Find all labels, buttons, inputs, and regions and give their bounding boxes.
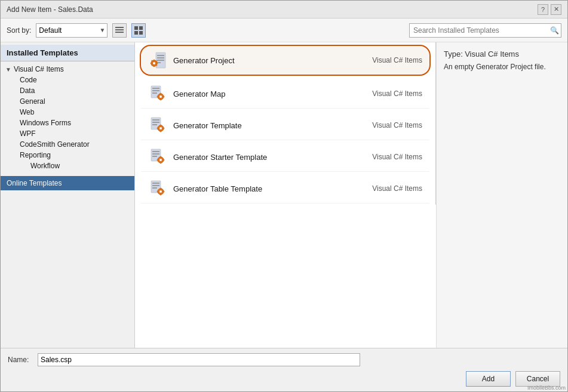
list-item[interactable]: Generator Map Visual C# Items xyxy=(141,79,429,109)
svg-rect-30 xyxy=(157,96,159,97)
svg-rect-14 xyxy=(153,60,155,61)
svg-rect-2 xyxy=(115,32,124,33)
svg-rect-39 xyxy=(160,130,161,132)
svg-rect-38 xyxy=(160,125,161,126)
sidebar-tree: ▼ Visual C# Items Code Data General Web … xyxy=(1,61,134,174)
title-bar-buttons: ? ✕ xyxy=(538,4,561,15)
svg-rect-0 xyxy=(115,27,124,28)
svg-rect-49 xyxy=(160,162,161,163)
add-button[interactable]: Add xyxy=(466,371,511,387)
sort-bar: Sort by: Default Name Type Date ▼ 🔍 xyxy=(1,18,567,42)
svg-rect-1 xyxy=(115,29,124,30)
title-bar: Add New Item - Sales.Data ? ✕ xyxy=(1,1,567,18)
template-item-wrapper-generator-map: Generator Map Visual C# Items xyxy=(135,78,435,110)
main-area: Installed Templates ▼ Visual C# Items Co… xyxy=(1,42,567,348)
sidebar-item-web[interactable]: Web xyxy=(1,107,134,118)
description-type-row: Type: Visual C# Items xyxy=(444,50,560,58)
svg-rect-16 xyxy=(151,63,152,64)
svg-point-57 xyxy=(159,190,162,193)
template-item-wrapper-generator-template: Generator Template Visual C# Items xyxy=(135,110,435,141)
svg-rect-6 xyxy=(139,31,143,35)
generator-table-icon xyxy=(148,179,167,198)
sidebar-item-windows-forms[interactable]: Windows Forms xyxy=(1,118,134,128)
template-category: Visual C# Items xyxy=(372,121,422,129)
bottom-area: Name: Add Cancel xyxy=(1,348,567,391)
svg-rect-3 xyxy=(134,26,138,30)
content-inner: Generator Project Visual C# Items xyxy=(135,42,567,348)
template-item-wrapper-generator-project: Generator Project Visual C# Items xyxy=(135,42,435,78)
generator-starter-icon xyxy=(148,147,167,166)
list-item[interactable]: Generator Starter Template Visual C# Ite… xyxy=(141,143,429,172)
grid-view-button[interactable] xyxy=(131,23,146,38)
svg-rect-61 xyxy=(162,191,164,192)
sidebar-item-visual-csharp[interactable]: ▼ Visual C# Items xyxy=(1,64,134,75)
svg-rect-28 xyxy=(160,93,161,95)
sidebar-item-reporting[interactable]: Reporting xyxy=(1,150,134,160)
sidebar-item-online-templates[interactable]: Online Templates xyxy=(1,176,134,190)
type-label: Type: xyxy=(444,50,463,58)
content-area: Generator Project Visual C# Items xyxy=(135,42,567,348)
svg-rect-41 xyxy=(162,128,164,129)
svg-point-13 xyxy=(153,62,155,64)
template-item-wrapper-generator-table: Generator Table Template Visual C# Items xyxy=(135,173,435,205)
svg-point-27 xyxy=(159,95,162,98)
name-input[interactable] xyxy=(38,353,360,366)
svg-rect-29 xyxy=(160,98,161,100)
search-icon: 🔍 xyxy=(550,26,559,35)
sort-label: Sort by: xyxy=(7,26,31,35)
sort-select[interactable]: Default Name Type Date xyxy=(36,23,108,38)
svg-rect-51 xyxy=(162,159,164,160)
sidebar-item-wpf[interactable]: WPF xyxy=(1,128,134,139)
svg-rect-40 xyxy=(157,128,159,129)
svg-rect-31 xyxy=(162,96,164,97)
template-category: Visual C# Items xyxy=(372,153,422,161)
template-list-container: Generator Project Visual C# Items xyxy=(135,42,436,348)
svg-rect-59 xyxy=(160,193,161,195)
sidebar-header: Installed Templates xyxy=(1,45,134,61)
svg-rect-4 xyxy=(139,26,143,30)
close-button[interactable]: ✕ xyxy=(551,4,561,15)
template-list: Generator Project Visual C# Items xyxy=(135,42,436,205)
dialog-title: Add New Item - Sales.Data xyxy=(7,5,93,14)
svg-rect-5 xyxy=(134,31,138,35)
template-category: Visual C# Items xyxy=(372,89,422,98)
list-item[interactable]: Generator Template Visual C# Items xyxy=(141,111,429,140)
dialog-body: Sort by: Default Name Type Date ▼ 🔍 xyxy=(1,18,567,391)
template-item-wrapper-generator-starter: Generator Starter Template Visual C# Ite… xyxy=(135,141,435,173)
template-name: Generator Table Template xyxy=(173,184,366,193)
generator-map-icon xyxy=(148,84,167,103)
name-label: Name: xyxy=(8,356,32,364)
name-row: Name: xyxy=(8,353,560,366)
cancel-button[interactable]: Cancel xyxy=(515,371,560,387)
list-item[interactable]: Generator Table Template Visual C# Items xyxy=(141,174,429,203)
expand-icon: ▼ xyxy=(5,66,11,73)
sidebar-item-workflow[interactable]: Workflow xyxy=(1,160,134,171)
sidebar-item-general[interactable]: General xyxy=(1,96,134,107)
sort-select-wrapper: Default Name Type Date ▼ xyxy=(36,23,108,38)
svg-point-37 xyxy=(159,127,162,129)
sidebar: Installed Templates ▼ Visual C# Items Co… xyxy=(1,42,135,348)
description-panel: Type: Visual C# Items An empty Generator… xyxy=(436,42,567,348)
svg-rect-17 xyxy=(156,63,158,64)
svg-rect-15 xyxy=(153,65,155,67)
generator-template-icon xyxy=(148,116,167,135)
sidebar-item-codesmith-generator[interactable]: CodeSmith Generator xyxy=(1,139,134,150)
template-name: Generator Map xyxy=(173,89,366,98)
sidebar-item-data[interactable]: Data xyxy=(1,85,134,96)
sidebar-item-code[interactable]: Code xyxy=(1,75,134,85)
template-name: Generator Starter Template xyxy=(173,153,366,162)
search-wrapper: 🔍 xyxy=(409,23,561,38)
template-name: Generator Project xyxy=(173,56,366,65)
template-category: Visual C# Items xyxy=(372,56,422,64)
svg-rect-48 xyxy=(160,156,161,158)
svg-rect-58 xyxy=(160,188,161,190)
svg-rect-50 xyxy=(157,159,159,160)
list-view-button[interactable] xyxy=(112,23,127,38)
button-row: Add Cancel xyxy=(8,371,560,387)
help-button[interactable]: ? xyxy=(538,4,548,15)
list-item[interactable]: Generator Project Visual C# Items xyxy=(140,45,431,76)
search-input[interactable] xyxy=(409,23,561,38)
description-text: An empty Generator Project file. xyxy=(444,62,560,72)
svg-point-47 xyxy=(159,159,162,161)
type-value: Visual C# Items xyxy=(465,50,519,58)
